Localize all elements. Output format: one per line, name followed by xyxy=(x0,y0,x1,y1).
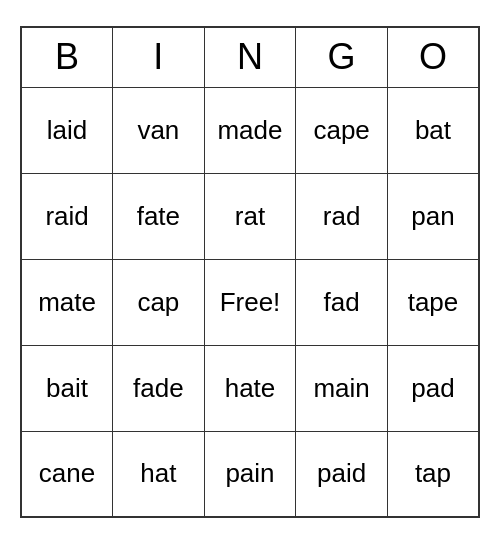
cell-3-4: pad xyxy=(387,345,479,431)
cell-0-4: bat xyxy=(387,87,479,173)
cell-4-0: cane xyxy=(21,431,113,517)
header-col-n: N xyxy=(204,27,296,87)
cell-3-3: main xyxy=(296,345,388,431)
cell-4-3: paid xyxy=(296,431,388,517)
row-3: baitfadehatemainpad xyxy=(21,345,479,431)
cell-0-1: van xyxy=(113,87,205,173)
row-0: laidvanmadecapebat xyxy=(21,87,479,173)
cell-3-1: fade xyxy=(113,345,205,431)
cell-4-2: pain xyxy=(204,431,296,517)
row-1: raidfateratradpan xyxy=(21,173,479,259)
bingo-body: laidvanmadecapebatraidfateratradpanmatec… xyxy=(21,87,479,517)
cell-3-0: bait xyxy=(21,345,113,431)
cell-0-0: laid xyxy=(21,87,113,173)
cell-4-4: tap xyxy=(387,431,479,517)
cell-1-4: pan xyxy=(387,173,479,259)
cell-2-0: mate xyxy=(21,259,113,345)
header-col-g: G xyxy=(296,27,388,87)
header-col-i: I xyxy=(113,27,205,87)
cell-3-2: hate xyxy=(204,345,296,431)
cell-0-3: cape xyxy=(296,87,388,173)
header-col-o: O xyxy=(387,27,479,87)
cell-1-1: fate xyxy=(113,173,205,259)
cell-2-4: tape xyxy=(387,259,479,345)
bingo-card: BINGO laidvanmadecapebatraidfateratradpa… xyxy=(20,26,480,518)
cell-2-2: Free! xyxy=(204,259,296,345)
cell-2-1: cap xyxy=(113,259,205,345)
cell-1-3: rad xyxy=(296,173,388,259)
cell-1-0: raid xyxy=(21,173,113,259)
cell-1-2: rat xyxy=(204,173,296,259)
row-4: canehatpainpaidtap xyxy=(21,431,479,517)
row-2: matecapFree!fadtape xyxy=(21,259,479,345)
header-col-b: B xyxy=(21,27,113,87)
cell-4-1: hat xyxy=(113,431,205,517)
cell-0-2: made xyxy=(204,87,296,173)
header-row: BINGO xyxy=(21,27,479,87)
cell-2-3: fad xyxy=(296,259,388,345)
